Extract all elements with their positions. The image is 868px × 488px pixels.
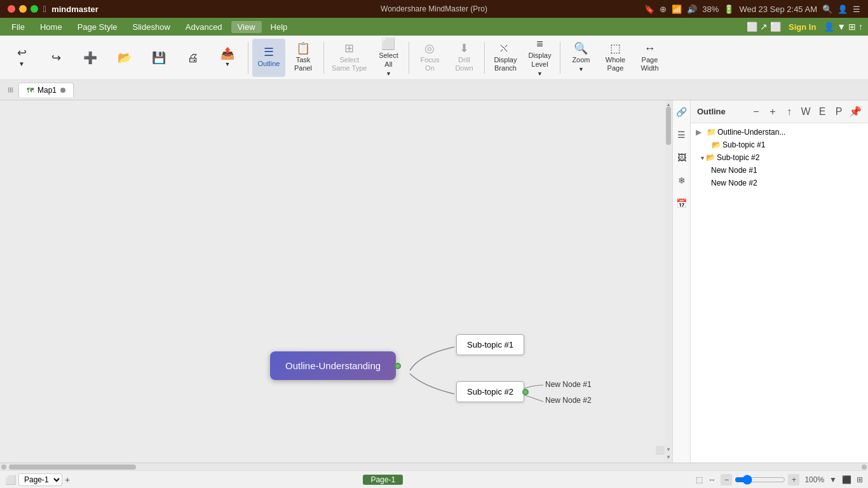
fit-width-btn[interactable]: ↔ (708, 475, 715, 484)
new-button[interactable]: ➕ (74, 39, 107, 77)
select-all-label: SelectAll (379, 51, 398, 68)
menu-slideshow[interactable]: Slideshow (126, 21, 177, 33)
full-screen-btn[interactable]: ⬛ (842, 475, 851, 484)
undo-icon: ↩ (17, 47, 27, 58)
outline-node-new2[interactable]: New Node #2 (691, 177, 868, 189)
new-node-1[interactable]: New Node #1 (545, 380, 592, 389)
zoom-out-btn[interactable]: − (721, 474, 732, 485)
side-icon-list[interactable]: ☰ (674, 127, 689, 142)
menu-page-style[interactable]: Page Style (71, 21, 124, 33)
zoom-level: 100% (804, 475, 824, 484)
status-bar: ⬜ Page-1 + Page-1 ⬚ ↔ − + 100% ▼ ⬛ ⊞ (0, 470, 868, 488)
page-width-button[interactable]: ↔ PageWidth (633, 39, 666, 77)
new-node-2[interactable]: New Node #2 (545, 396, 592, 405)
hscroll-right-btn[interactable] (862, 464, 867, 470)
scroll-up-arrow[interactable]: ▲ (666, 102, 671, 107)
side-icon-link[interactable]: 🔗 (674, 104, 689, 119)
display-level-button[interactable]: ≡ DisplayLevel ▼ (523, 39, 556, 77)
outline-sort-asc-btn[interactable]: ↑ (783, 106, 796, 118)
display-branch-button[interactable]: ⛌ DisplayBranch (489, 39, 522, 77)
zoom-to-fit-btn[interactable]: ⊞ (857, 475, 863, 484)
status-bar-right: ⬚ ↔ − + 100% ▼ ⬛ ⊞ (696, 474, 863, 485)
minimize-button[interactable] (19, 5, 27, 13)
subtopic1-node[interactable]: Sub-topic #1 (456, 334, 524, 355)
scroll-corner (656, 446, 665, 455)
search-icon[interactable]: 🔍 (822, 4, 832, 14)
save-button[interactable]: 💾 (142, 39, 175, 77)
menu-home[interactable]: Home (34, 21, 69, 33)
page-selector[interactable]: Page-1 (18, 473, 62, 486)
scroll-bottom-arrow[interactable]: ▼ (666, 454, 671, 460)
sidebar-toggle-btn[interactable]: ⬜ (5, 475, 16, 485)
maximize-button[interactable] (31, 5, 38, 13)
focus-on-icon: ◎ (424, 43, 435, 54)
hscroll-thumb[interactable] (9, 464, 136, 470)
tab-bar: ⊞ 🗺 Map1 (0, 80, 868, 100)
outline-node-sub1[interactable]: 📂 Sub-topic #1 (691, 139, 868, 151)
undo-button[interactable]: ↩ ▼ (5, 39, 38, 77)
export-button[interactable]: 📤 ▼ (211, 39, 244, 77)
drill-down-icon: ⬇ (459, 43, 469, 54)
central-node[interactable]: Outline-Understanding (270, 351, 396, 380)
zoom-in-btn[interactable]: + (788, 474, 799, 485)
hscroll-track[interactable] (9, 464, 859, 470)
side-icon-calendar[interactable]: 📅 (674, 196, 689, 211)
whole-page-icon: ⬚ (610, 43, 621, 54)
menu-icons-left: ⬜ ↗ ⬜ (747, 22, 781, 32)
menu-view[interactable]: View (231, 21, 262, 33)
outline-expand-btn[interactable]: + (766, 106, 779, 118)
outline-collapse-btn[interactable]: − (750, 106, 763, 118)
tab-nav-icon[interactable]: ⊞ (8, 86, 13, 94)
subtopic2-node[interactable]: Sub-topic #2 (456, 381, 524, 402)
outline-node-root[interactable]: ▶ 📁 Outline-Understan... (691, 126, 868, 139)
side-icon-snowflake[interactable]: ❄ (674, 173, 689, 188)
menu-bar-left: File Home Page Style Slideshow Advanced … (5, 21, 294, 33)
add-page-btn[interactable]: + (65, 475, 70, 485)
task-panel-button[interactable]: 📋 TaskPanel (287, 39, 320, 77)
menu-help[interactable]: Help (264, 21, 294, 33)
whole-page-button[interactable]: ⬚ WholePage (599, 39, 632, 77)
print-icon: 🖨 (187, 52, 199, 64)
hscroll-left-btn[interactable] (1, 464, 6, 470)
redo-button[interactable]: ↪ (39, 39, 72, 77)
focus-on-button: ◎ FocusOn (413, 39, 446, 77)
outline-e-btn[interactable]: E (816, 106, 829, 118)
drill-down-button: ⬇ DrillDown (447, 39, 480, 77)
print-button[interactable]: 🖨 (177, 39, 210, 77)
divider-5 (560, 42, 560, 74)
canvas-area[interactable]: Outline-Understanding Sub-topic #1 Sub-t… (0, 100, 672, 463)
zoom-icon: 🔍 (574, 43, 588, 54)
export-icon: 📤 (220, 48, 234, 59)
menu-advanced[interactable]: Advanced (179, 21, 229, 33)
open-button[interactable]: 📂 (108, 39, 141, 77)
select-all-button[interactable]: ⬜ SelectAll ▼ (372, 39, 405, 77)
outline-button[interactable]: ☰ Outline (252, 39, 285, 77)
task-panel-icon: 📋 (296, 43, 310, 54)
vscroll-thumb[interactable] (666, 107, 671, 145)
horizontal-scrollbar[interactable] (0, 463, 868, 470)
zoom-slider[interactable] (735, 475, 785, 485)
outline-root-folder-icon: 📁 (707, 128, 715, 137)
scroll-down-arrow[interactable]: ▼ (666, 447, 671, 452)
side-icon-image[interactable]: 🖼 (674, 150, 689, 165)
close-button[interactable] (8, 5, 15, 13)
profile-icon: 👤 ▼ (824, 22, 846, 32)
outline-node-new1[interactable]: New Node #1 (691, 164, 868, 177)
zoom-button[interactable]: 🔍 Zoom ▼ (564, 39, 597, 77)
outline-node-sub2[interactable]: ▾ 📂 Sub-topic #2 (691, 151, 868, 164)
outline-root-label: Outline-Understan... (717, 128, 785, 137)
vertical-scrollbar[interactable]: ▼ ▲ ▼ (665, 100, 672, 463)
outline-p-btn[interactable]: P (832, 106, 845, 118)
fit-page-btn[interactable]: ⬚ (696, 475, 703, 484)
central-node-label: Outline-Understanding (285, 360, 381, 371)
sign-in-button[interactable]: Sign In (783, 21, 821, 33)
mindmap-connections (0, 100, 672, 463)
outline-w-btn[interactable]: W (799, 106, 812, 118)
outline-pin-btn[interactable]: 📌 (849, 105, 862, 118)
active-page-tab[interactable]: Page-1 (363, 475, 403, 485)
menu-file[interactable]: File (5, 21, 31, 33)
zoom-dropdown-btn[interactable]: ▼ (829, 475, 837, 484)
tab-map1[interactable]: 🗺 Map1 (18, 83, 74, 97)
redo-icon: ↪ (51, 52, 61, 64)
system-icons: 🔖 ⊕ 📶 🔊 38% 🔋 Wed 23 Sep 2:45 AM 🔍 👤 ☰ (644, 4, 860, 14)
